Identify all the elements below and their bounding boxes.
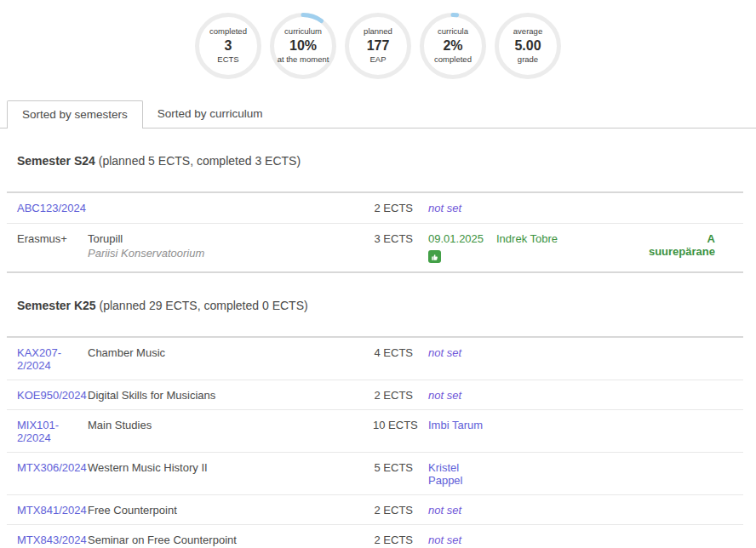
course-row: MIX101-2/2024 Main Studies 10 ECTS Imbi … — [7, 409, 743, 452]
course-ects: 5 ECTS — [373, 461, 413, 474]
course-name: Western Music History II — [88, 461, 373, 474]
semester-summary: (planned 29 ECTS, completed 0 ECTS) — [100, 299, 308, 312]
gauge-label-bottom: at the moment — [278, 55, 329, 65]
course-code-link[interactable]: MTX306/2024 — [17, 461, 87, 474]
course-code-text: Erasmus+ — [17, 232, 67, 245]
semester-heading: Semester K25 (planned 29 ECTS, completed… — [0, 299, 756, 312]
course-name-cell: Main Studies — [88, 419, 373, 431]
course-result-cell: not set — [413, 202, 496, 214]
gauge-label-bottom: ECTS — [217, 55, 238, 65]
course-name-cell: Seminar on Free Counterpoint — [88, 534, 373, 546]
course-code-link[interactable]: ABC123/2024 — [17, 202, 86, 214]
course-code-cell: MTX841/2024 — [7, 504, 88, 517]
stat-gauge-planned: planned 177 EAP — [344, 12, 412, 80]
course-name-cell: Free Counterpoint — [88, 504, 373, 517]
course-result-cell: Kristel Pappel — [413, 461, 496, 487]
course-name-cell: Western Music History II — [88, 461, 373, 474]
course-result-cell: not set — [413, 346, 496, 359]
sections-container: Semester S24 (planned 5 ECTS, completed … — [0, 154, 756, 548]
teacher-link[interactable]: Indrek Tobre — [496, 232, 558, 245]
course-name-cell: Torupill Pariisi Konservatoorium — [88, 232, 373, 260]
stat-gauge-completed: completed 3 ECTS — [194, 12, 262, 80]
course-ects: 2 ECTS — [373, 534, 413, 546]
result-not-set: not set — [428, 202, 461, 214]
course-code-cell: MTX843/2024 — [7, 534, 88, 546]
gauge-label-top: curricula — [438, 27, 468, 37]
course-table: KAX207-2/2024 Chamber Music 4 ECTS not s… — [7, 336, 743, 548]
gauge-label-bottom: grade — [518, 55, 538, 65]
semester-title: Semester K25 — [17, 299, 96, 312]
gauge-label-bottom: EAP — [369, 55, 386, 65]
course-name: Free Counterpoint — [88, 504, 373, 517]
course-teacher-cell: Indrek Tobre — [496, 232, 639, 245]
course-code-cell: MIX101-2/2024 — [7, 419, 88, 444]
course-table: ABC123/2024 2 ECTS not set Erasmus+ Toru… — [7, 191, 743, 273]
course-ects: 3 ECTS — [373, 232, 413, 245]
completion-date: 09.01.2025 — [428, 232, 484, 245]
tab-bar: Sorted by semesters Sorted by curriculum — [0, 100, 756, 128]
course-name: Chamber Music — [88, 346, 373, 359]
course-row: MTX843/2024 Seminar on Free Counterpoint… — [7, 524, 743, 548]
course-name-cell: Digital Skills for Musicians — [88, 389, 373, 402]
course-result-cell: 09.01.2025 — [413, 232, 496, 264]
gauge-value: 5.00 — [514, 37, 541, 54]
result-not-set: not set — [428, 389, 461, 402]
stat-gauge-curriculum: curriculum 10% at the moment — [269, 12, 337, 80]
course-result-cell: not set — [413, 534, 496, 546]
gauge-value: 3 — [225, 37, 232, 54]
course-name-cell: Chamber Music — [88, 346, 373, 359]
course-code-cell: ABC123/2024 — [7, 202, 88, 214]
tab-sorted-by-semesters[interactable]: Sorted by semesters — [7, 100, 143, 128]
course-name: Main Studies — [88, 419, 373, 431]
course-ects: 2 ECTS — [373, 202, 413, 214]
course-ects: 4 ECTS — [373, 346, 413, 359]
course-code-link[interactable]: KOE950/2024 — [17, 389, 87, 402]
course-code-link[interactable]: KAX207-2/2024 — [17, 346, 61, 372]
course-name: Seminar on Free Counterpoint — [88, 534, 373, 546]
semester-summary: (planned 5 ECTS, completed 3 ECTS) — [99, 154, 301, 168]
result-not-set: not set — [428, 504, 461, 517]
tab-sorted-by-curriculum[interactable]: Sorted by curriculum — [143, 100, 278, 128]
course-result-cell: not set — [413, 504, 496, 517]
course-row: KOE950/2024 Digital Skills for Musicians… — [7, 380, 743, 409]
teacher-link[interactable]: Imbi Tarum — [428, 419, 483, 431]
gauge-label-top: curriculum — [284, 27, 322, 37]
course-row: Erasmus+ Torupill Pariisi Konservatooriu… — [7, 223, 743, 271]
course-code-cell: KOE950/2024 — [7, 389, 88, 402]
gauge-value: 2% — [443, 37, 462, 54]
semester-section: Semester S24 (planned 5 ECTS, completed … — [0, 154, 756, 273]
course-code-cell: MTX306/2024 — [7, 461, 88, 474]
course-code-link[interactable]: MTX841/2024 — [17, 504, 87, 517]
course-code-cell: Erasmus+ — [7, 232, 88, 245]
course-grade: A suurepärane — [639, 232, 743, 258]
course-ects: 10 ECTS — [373, 419, 413, 431]
semester-heading: Semester S24 (planned 5 ECTS, completed … — [0, 154, 756, 168]
course-row: ABC123/2024 2 ECTS not set — [7, 193, 743, 223]
course-result-cell: not set — [413, 389, 496, 402]
result-not-set: not set — [428, 346, 461, 359]
thumbs-up-icon — [428, 250, 441, 263]
gauge-label-top: average — [513, 27, 542, 37]
course-row: MTX841/2024 Free Counterpoint 2 ECTS not… — [7, 494, 743, 524]
course-result-cell: Imbi Tarum — [413, 419, 496, 431]
course-ects: 2 ECTS — [373, 389, 413, 402]
course-code-link[interactable]: MIX101-2/2024 — [17, 419, 59, 444]
stat-gauge-curricula: curricula 2% completed — [419, 12, 487, 80]
course-code-link[interactable]: MTX843/2024 — [17, 534, 87, 546]
semester-title: Semester S24 — [17, 154, 95, 168]
course-code-cell: KAX207-2/2024 — [7, 346, 88, 372]
stats-row: completed 3 ECTS curriculum 10% at the m… — [0, 0, 756, 80]
tab-label: Sorted by curriculum — [158, 107, 263, 120]
gauge-label-top: planned — [364, 27, 392, 37]
course-row: MTX306/2024 Western Music History II 5 E… — [7, 452, 743, 494]
course-subname: Pariisi Konservatoorium — [88, 247, 373, 260]
gauge-value: 177 — [367, 37, 390, 54]
tab-label: Sorted by semesters — [22, 108, 128, 121]
teacher-link[interactable]: Kristel Pappel — [428, 461, 462, 487]
gauge-label-top: completed — [209, 27, 247, 37]
semester-section: Semester K25 (planned 29 ECTS, completed… — [0, 299, 756, 548]
gauge-label-bottom: completed — [434, 55, 472, 65]
course-name: Torupill — [88, 232, 373, 245]
stat-gauge-average: average 5.00 grade — [494, 12, 562, 80]
result-not-set: not set — [428, 534, 461, 546]
